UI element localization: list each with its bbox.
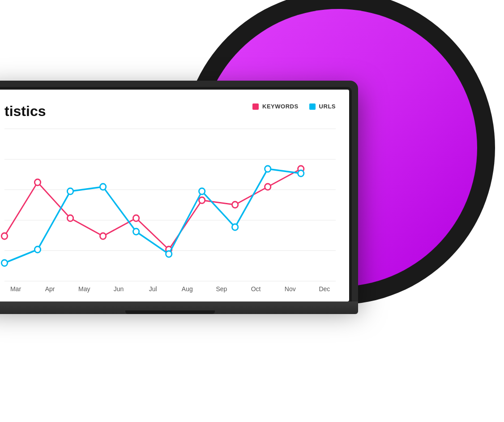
urls-label: URLS (319, 103, 336, 110)
legend-keywords: KEYWORDS (252, 103, 299, 110)
screen: tistics KEYWORDS URLS (0, 90, 349, 301)
url-dot-aug (166, 251, 172, 257)
kw-dot-oct (232, 202, 238, 208)
url-dot-may (67, 188, 73, 194)
kw-dot-may (67, 215, 73, 221)
x-label-jun: Jun (107, 285, 130, 293)
url-dot-mar (1, 260, 7, 266)
x-label-aug: Aug (176, 285, 198, 293)
laptop-device: tistics KEYWORDS URLS (0, 81, 372, 314)
x-label-may: May (73, 285, 95, 293)
x-label-mar: Mar (4, 285, 27, 293)
x-label-jul: Jul (142, 285, 164, 293)
keywords-color-box (252, 103, 259, 110)
url-dot-apr (34, 246, 40, 253)
kw-dot-sep (199, 197, 205, 203)
kw-dot-apr (34, 179, 40, 185)
kw-dot-mar (1, 233, 7, 239)
chart-legend: KEYWORDS URLS (252, 103, 336, 110)
urls-line (4, 169, 301, 263)
url-dot-jul (133, 228, 139, 235)
kw-dot-jul (133, 215, 139, 221)
url-dot-dec (298, 170, 304, 177)
keywords-label: KEYWORDS (262, 103, 299, 110)
laptop-frame: tistics KEYWORDS URLS (0, 81, 358, 301)
x-axis: Mar Apr May Jun Jul Aug Sep Oct Nov Dec (4, 281, 336, 293)
grid-line-bottom (4, 281, 336, 281)
chart-area (4, 129, 336, 281)
x-label-dec: Dec (313, 285, 336, 293)
url-dot-nov (265, 166, 271, 172)
url-dot-sep (199, 188, 205, 194)
urls-color-box (309, 103, 316, 110)
laptop-base (0, 301, 358, 314)
chart-svg (4, 129, 336, 281)
x-label-sep: Sep (210, 285, 233, 293)
screen-bezel: tistics KEYWORDS URLS (0, 87, 352, 301)
url-dot-jun (100, 184, 106, 190)
x-label-oct: Oct (245, 285, 267, 293)
x-label-nov: Nov (279, 285, 301, 293)
kw-dot-nov (265, 184, 271, 190)
url-dot-oct (232, 224, 238, 230)
x-label-apr: Apr (39, 285, 61, 293)
legend-urls: URLS (309, 103, 336, 110)
kw-dot-jun (100, 233, 106, 239)
keywords-line (4, 169, 301, 250)
